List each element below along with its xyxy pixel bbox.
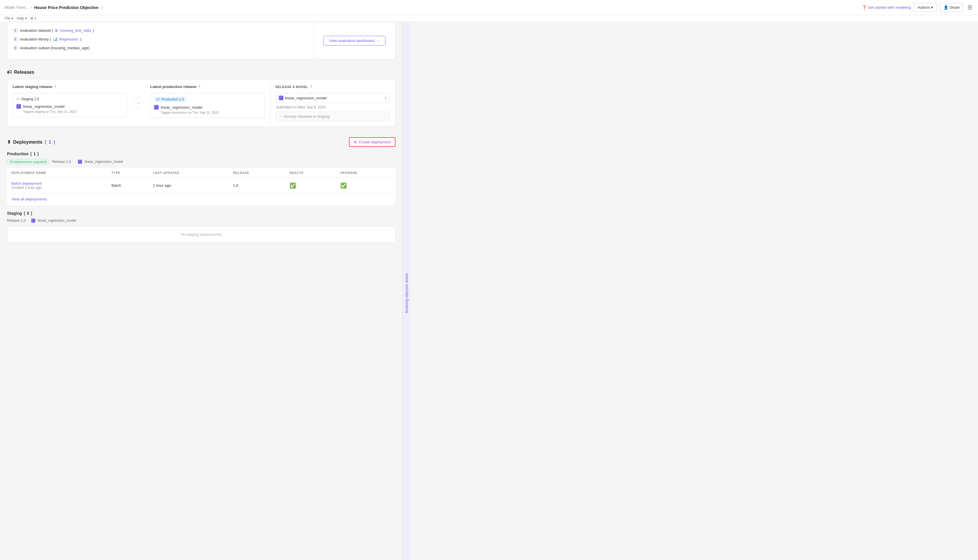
deployments-section: ⬆ Deployments (1) ⊕ Create deployment Pr…: [7, 135, 395, 243]
side-panel[interactable]: Modeling objective details: [402, 22, 411, 560]
eval-item-library: 1 evaluation library ( 📊 Regression ): [13, 36, 308, 42]
view-all-cell: View all deployments: [7, 193, 395, 205]
staging-help-icon[interactable]: ?: [54, 85, 57, 89]
release-a-model-header: RELEASE A MODEL ?: [276, 85, 390, 89]
release-a-model-pane: RELEASE A MODEL ? linear_regression_mode…: [270, 79, 395, 127]
release-model-icon: [279, 95, 283, 100]
production-deployments: Production (1) All deployments upgraded …: [7, 152, 395, 205]
user-icon: 👤: [944, 5, 948, 10]
tag-icon: 🏷: [7, 70, 12, 75]
view-eval-dashboard-button[interactable]: View evaluation dashboard →: [323, 36, 386, 45]
col-last-updated: LAST UPDATED: [149, 168, 229, 178]
library-icon: 📊: [53, 37, 57, 42]
health-check-icon: ✅: [289, 183, 296, 188]
staging-info-row: Release 1.0 · linear_regression_model: [7, 218, 395, 223]
production-release-box: 🏷 Production 1.0 linear_regression_model…: [150, 93, 264, 118]
staging-release-pane: Latest staging release ? 🏷 Staging 1.0 l…: [7, 79, 132, 127]
eval-right: View evaluation dashboard →: [313, 22, 395, 59]
plus-circle-icon: ⊕: [354, 140, 357, 144]
check-icon: ✓: [279, 114, 282, 118]
menu-icon[interactable]: ☰: [966, 3, 973, 12]
type-cell: Batch: [107, 178, 149, 193]
view-all-deployments-link[interactable]: View all deployments: [12, 197, 47, 201]
upload-icon: ⬆: [7, 139, 11, 145]
window-count[interactable]: ⊞ 1: [30, 16, 37, 20]
staging-tag-icon: 🏷: [16, 97, 20, 101]
production-tag-icon: 🏷: [156, 97, 160, 102]
topbar-right: ❓ Get started with modeling Actions ▾ 👤 …: [862, 3, 973, 12]
help-menu[interactable]: Help ▾: [17, 16, 27, 20]
table-body: Batch deployment Created 1 hour ago Batc…: [7, 178, 395, 205]
production-tag: 🏷 Production 1.0: [154, 97, 186, 102]
col-release: RELEASE: [229, 168, 286, 178]
staging-deployments: Staging (0) Release 1.0 · linear_regress…: [7, 211, 395, 243]
eval-item-subset: 1 evaluation subset (housing_median_age): [13, 45, 308, 51]
table-row: Batch deployment Created 1 hour ago Batc…: [7, 178, 395, 193]
share-button[interactable]: 👤 Share: [940, 3, 963, 12]
col-upgrade: UPGRADE: [336, 168, 395, 178]
prod-model-icon: [78, 160, 82, 164]
staging-model-icon: [31, 218, 35, 223]
dropdown-chevron-icon: ▾: [385, 96, 387, 100]
page-title: House Price Prediction Objective: [34, 5, 98, 10]
content-area: 1 evaluation dataset ( ⊞ housing_test_da…: [0, 22, 402, 560]
upgrade-cell: ✅: [336, 178, 395, 193]
topbar: Model Traini... > House Price Prediction…: [0, 0, 978, 15]
prod-title: Production (1): [7, 152, 395, 156]
create-deployment-button[interactable]: ⊕ Create deployment: [349, 137, 395, 147]
release-help-icon[interactable]: ?: [310, 85, 312, 89]
breadcrumb-model[interactable]: Model Traini...: [5, 5, 28, 10]
evaluation-section: 1 evaluation dataset ( ⊞ housing_test_da…: [7, 22, 395, 59]
eval-layout: 1 evaluation dataset ( ⊞ housing_test_da…: [7, 22, 395, 59]
staging-model-row: linear_regression_model: [16, 104, 123, 109]
col-deployment-name: DEPLOYMENT NAME: [7, 168, 108, 178]
production-help-icon[interactable]: ?: [198, 85, 201, 89]
deployments-header: ⬆ Deployments (1) ⊕ Create deployment: [7, 135, 395, 147]
help-dropdown-icon: ▾: [25, 16, 27, 20]
no-staging-message: No staging deployments: [7, 226, 395, 243]
production-model-date: Tagged production on Thu, Sep 21, 2023: [160, 111, 261, 114]
table-head: DEPLOYMENT NAME TYPE LAST UPDATED RELEAS…: [7, 168, 395, 178]
staging-release-box: 🏷 Staging 1.0 linear_regression_model Ta…: [13, 93, 127, 117]
staging-model-icon: [16, 104, 21, 109]
eval-left: 1 evaluation dataset ( ⊞ housing_test_da…: [7, 22, 313, 59]
arrow-right-icon: →: [376, 38, 380, 43]
upgrade-check-icon: ✅: [340, 183, 347, 188]
releases-wrapper: Latest staging release ? 🏷 Staging 1.0 l…: [7, 79, 395, 127]
deployment-name-cell: Batch deployment Created 1 hour ago: [7, 178, 108, 193]
upgraded-badge: All deployments upgraded: [7, 159, 49, 164]
staging-model-date: Tagged staging on Thu, Sep 21, 2023: [23, 110, 123, 113]
evaluation-card: 1 evaluation dataset ( ⊞ housing_test_da…: [7, 22, 395, 59]
library-link[interactable]: Regression: [59, 37, 79, 42]
dataset-icon: ⊞: [55, 28, 58, 33]
release-arrow-circle: →: [133, 98, 144, 108]
batch-deployment-link[interactable]: Batch deployment: [12, 181, 42, 186]
file-dropdown-icon: ▾: [12, 16, 13, 20]
model-dropdown[interactable]: linear_regression_model ▾: [276, 93, 390, 103]
already-released-badge: ✓ Already released to staging: [276, 112, 390, 121]
eval-item-dataset: 1 evaluation dataset ( ⊞ housing_test_da…: [13, 27, 308, 33]
dataset-link[interactable]: housing_test_data: [60, 28, 91, 33]
col-type: TYPE: [107, 168, 149, 178]
release-cell: 1.0: [229, 178, 286, 193]
deployments-title: ⬆ Deployments (1): [7, 139, 55, 145]
health-cell: ✅: [286, 178, 336, 193]
release-arrow-divider: →: [132, 79, 145, 127]
breadcrumb-sep: >: [30, 5, 33, 10]
col-health: HEALTH: [286, 168, 336, 178]
actions-button[interactable]: Actions ▾: [914, 3, 937, 12]
deployment-created: Created 1 hour ago: [12, 186, 103, 190]
window-icon: ⊞: [30, 16, 33, 20]
submitted-text: Submitted on Wed, Sep 6, 2023: [276, 105, 390, 109]
production-col-header: Latest production release ?: [150, 85, 264, 89]
releases-header: 🏷 Releases: [7, 67, 395, 75]
side-panel-label: Modeling objective details: [405, 273, 409, 313]
staging-col-header: Latest staging release ?: [13, 85, 127, 89]
staging-title: Staging (0): [7, 211, 395, 216]
file-menu[interactable]: File ▾: [5, 16, 13, 20]
releases-title: Releases: [14, 70, 34, 75]
deployments-count: (: [45, 140, 46, 145]
get-started-button[interactable]: ❓ Get started with modeling: [862, 5, 911, 10]
main-container: 1 evaluation dataset ( ⊞ housing_test_da…: [0, 22, 978, 560]
star-icon[interactable]: ☆: [100, 5, 104, 10]
